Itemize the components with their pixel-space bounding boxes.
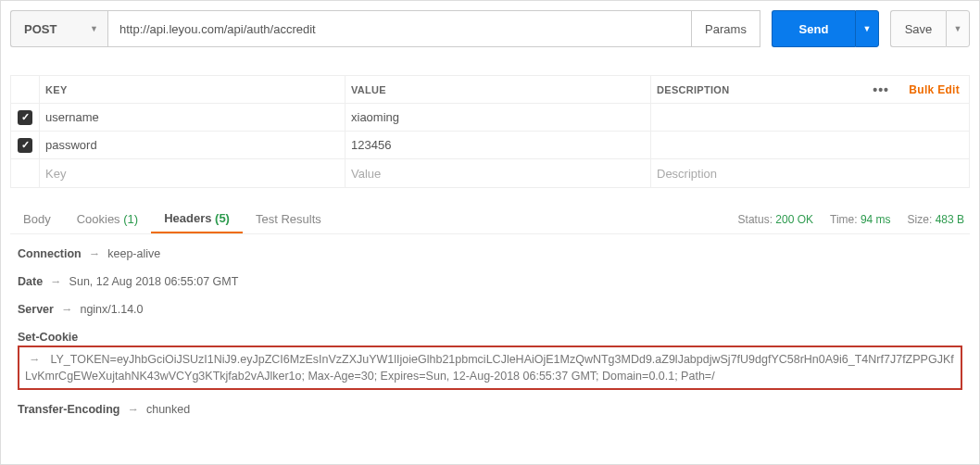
header-value: chunked xyxy=(146,403,190,416)
checkbox-checked[interactable]: ✓ xyxy=(18,138,32,153)
request-topbar: POST ▼ http://api.leyou.com/api/auth/acc… xyxy=(10,10,970,47)
header-value: nginx/1.14.0 xyxy=(80,303,143,316)
param-row: ✓ username xiaoming xyxy=(11,104,969,132)
url-text: http://api.leyou.com/api/auth/accredit xyxy=(119,22,316,36)
col-key: KEY xyxy=(39,76,345,103)
tab-body[interactable]: Body xyxy=(10,205,64,233)
header-value: keep-alive xyxy=(107,247,160,260)
caret-down-icon: ▼ xyxy=(863,24,872,33)
tab-cookies[interactable]: Cookies (1) xyxy=(64,205,151,233)
response-status: Status: 200 OK Time: 94 ms Size: 483 B xyxy=(738,213,964,226)
status-value: 200 OK xyxy=(775,213,813,226)
header-value: Sun, 12 Aug 2018 06:55:07 GMT xyxy=(69,275,239,288)
params-table: KEY VALUE DESCRIPTION ••• Bulk Edit ✓ us… xyxy=(10,75,970,188)
param-value-input[interactable]: xiaoming xyxy=(345,104,650,131)
size-value: 483 B xyxy=(936,213,964,226)
bulk-edit-link[interactable]: Bulk Edit xyxy=(909,83,960,96)
save-dropdown[interactable]: ▼ xyxy=(946,10,970,47)
col-description: DESCRIPTION ••• Bulk Edit xyxy=(650,76,969,103)
header-set-cookie-name: Set-Cookie xyxy=(18,331,78,344)
caret-down-icon: ▼ xyxy=(954,24,962,33)
param-key-input[interactable]: password xyxy=(39,132,345,158)
method-select[interactable]: POST ▼ xyxy=(10,10,107,47)
method-label: POST xyxy=(24,22,57,36)
arrow-icon: → xyxy=(61,303,73,316)
param-value-input[interactable]: 123456 xyxy=(345,132,650,158)
send-dropdown[interactable]: ▼ xyxy=(855,10,879,47)
url-input[interactable]: http://api.leyou.com/api/auth/accredit xyxy=(107,10,692,47)
params-header-row: KEY VALUE DESCRIPTION ••• Bulk Edit xyxy=(11,76,969,104)
header-date: Date → Sun, 12 Aug 2018 06:55:07 GMT xyxy=(18,275,962,288)
param-value-placeholder[interactable]: Value xyxy=(345,159,650,187)
send-button[interactable]: Send xyxy=(772,10,855,47)
param-key-input[interactable]: username xyxy=(39,104,345,131)
header-server: Server → nginx/1.14.0 xyxy=(18,303,962,316)
arrow-icon: → xyxy=(127,403,139,416)
set-cookie-highlight: → LY_TOKEN=eyJhbGciOiJSUzI1NiJ9.eyJpZCI6… xyxy=(18,346,962,390)
response-tabs: Body Cookies (1) Headers (5) Test Result… xyxy=(10,205,970,234)
response-headers-panel: Connection → keep-alive Date → Sun, 12 A… xyxy=(10,234,970,416)
param-new-row: Key Value Description xyxy=(11,159,969,187)
arrow-icon: → xyxy=(50,275,62,288)
param-desc-input[interactable] xyxy=(650,104,969,131)
caret-down-icon: ▼ xyxy=(90,24,98,33)
checkbox-checked[interactable]: ✓ xyxy=(18,110,32,125)
header-transfer-encoding: Transfer-Encoding → chunked xyxy=(18,403,962,416)
param-key-placeholder[interactable]: Key xyxy=(39,159,345,187)
arrow-icon: → xyxy=(29,353,41,366)
set-cookie-value: LY_TOKEN=eyJhbGciOiJSUzI1NiJ9.eyJpZCI6Mz… xyxy=(25,353,954,383)
param-desc-input[interactable] xyxy=(650,132,969,158)
arrow-icon: → xyxy=(89,247,101,260)
col-value: VALUE xyxy=(345,76,650,103)
postman-request-panel: POST ▼ http://api.leyou.com/api/auth/acc… xyxy=(0,0,980,465)
tab-tests[interactable]: Test Results xyxy=(243,205,334,233)
save-button[interactable]: Save xyxy=(890,10,946,47)
header-connection: Connection → keep-alive xyxy=(18,247,962,260)
param-row: ✓ password 123456 xyxy=(11,132,969,159)
param-desc-placeholder[interactable]: Description xyxy=(650,159,969,187)
params-button[interactable]: Params xyxy=(692,10,760,47)
more-icon[interactable]: ••• xyxy=(873,82,889,97)
tab-headers[interactable]: Headers (5) xyxy=(151,205,243,233)
time-value: 94 ms xyxy=(861,213,891,226)
